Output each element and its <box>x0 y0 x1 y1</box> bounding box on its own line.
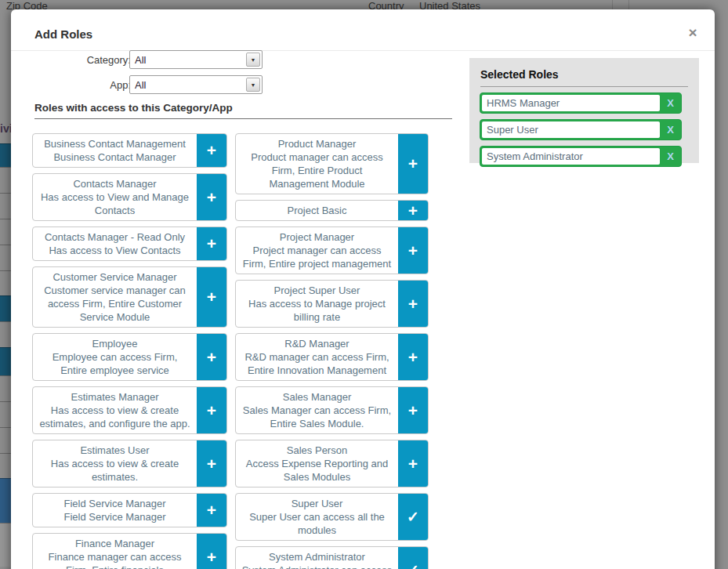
add-role-button[interactable]: + <box>197 440 226 487</box>
role-card: EmployeeEmployee can access Firm, Entire… <box>32 333 227 381</box>
role-card: Contacts ManagerHas access to View and M… <box>32 173 227 221</box>
add-role-button[interactable]: + <box>197 534 226 569</box>
category-select[interactable]: All ▼ <box>129 50 263 69</box>
add-role-button[interactable]: + <box>398 227 428 274</box>
role-description: Has access to view & create estimates. <box>38 457 192 484</box>
role-title: Contacts Manager - Read Only <box>38 230 192 244</box>
add-role-button[interactable]: + <box>197 494 226 527</box>
selected-role-item: HRMS Manager X <box>480 92 682 114</box>
role-card-text: System AdministratorSystem Administrator… <box>236 547 398 569</box>
dialog-title: Add Roles <box>34 27 92 41</box>
background-row <box>0 427 11 453</box>
background-row <box>0 219 11 245</box>
chevron-down-icon[interactable]: ▼ <box>246 53 260 67</box>
role-title: Finance Manager <box>38 537 192 550</box>
add-role-button[interactable]: + <box>398 134 428 194</box>
role-title: Product Manager <box>241 137 393 150</box>
header-divider <box>11 50 715 51</box>
role-card-text: Customer Service ManagerCustomer service… <box>33 267 197 327</box>
chevron-down-icon[interactable]: ▼ <box>246 78 260 92</box>
role-card-text: Business Contact ManagementBusiness Cont… <box>33 134 197 167</box>
role-title: Field Service Manager <box>38 497 192 510</box>
selected-roles-list: HRMS Manager X Super User X System Admin… <box>480 92 682 167</box>
add-role-button[interactable]: + <box>197 334 226 380</box>
background-row <box>0 270 11 295</box>
role-title: Estimates User <box>38 444 192 457</box>
role-card-text: Finance ManagerFinance manager can acces… <box>33 534 197 569</box>
selected-role-name: System Administrator <box>482 148 660 165</box>
background-row <box>0 401 11 427</box>
roles-section-heading: Roles with access to this Category/App <box>34 102 233 114</box>
background-row <box>0 321 11 347</box>
app-select[interactable]: All ▼ <box>129 75 263 94</box>
background-row <box>0 193 11 219</box>
role-title: Employee <box>38 337 192 350</box>
role-card: Project Basic + <box>235 200 429 221</box>
roles-heading-rule <box>34 118 452 119</box>
add-role-button[interactable]: + <box>197 134 226 167</box>
role-card: Product ManagerProduct manager can acces… <box>235 133 429 194</box>
add-role-button[interactable]: + <box>197 227 226 260</box>
role-card-text: Sales PersonAccess Expense Reporting and… <box>236 440 398 487</box>
background-row <box>0 478 11 523</box>
add-role-button[interactable]: + <box>398 440 428 487</box>
role-card: Business Contact ManagementBusiness Cont… <box>32 133 227 168</box>
role-card: System AdministratorSystem Administrator… <box>235 546 429 569</box>
role-card: R&D ManagerR&D manager can access Firm, … <box>235 333 429 381</box>
role-card: Customer Service ManagerCustomer service… <box>32 266 227 328</box>
role-card-text: Estimates ManagerHas access to view & cr… <box>33 387 197 433</box>
category-label: Category: <box>56 54 131 66</box>
add-role-button[interactable]: + <box>398 201 428 220</box>
selected-role-name: Super User <box>482 121 660 138</box>
role-description: Has access to View Contacts <box>38 244 192 257</box>
role-card: Project ManagerProject manager can acces… <box>235 227 429 274</box>
role-title: Sales Manager <box>241 390 393 404</box>
background-row <box>0 523 11 567</box>
role-description: Finance manager can access Firm, Entire … <box>38 550 192 569</box>
role-description: System Administrator can access firm, En… <box>241 564 393 569</box>
role-title: R&D Manager <box>241 337 393 350</box>
add-role-button[interactable]: + <box>398 387 428 433</box>
role-card-text: Field Service ManagerField Service Manag… <box>33 494 197 527</box>
role-card: Field Service ManagerField Service Manag… <box>32 493 227 527</box>
selected-role-item: Super User X <box>480 119 682 140</box>
role-card-text: Estimates UserHas access to view & creat… <box>33 440 197 487</box>
role-added-check-icon[interactable]: ✓ <box>398 547 428 569</box>
add-role-button[interactable]: + <box>398 334 428 380</box>
background-row <box>0 167 11 193</box>
role-description: Super User can access all the modules <box>241 510 393 537</box>
add-role-button[interactable]: + <box>197 267 226 327</box>
app-label: App: <box>56 79 131 91</box>
role-card-text: R&D ManagerR&D manager can access Firm, … <box>236 334 398 380</box>
role-title: Project Manager <box>241 230 393 244</box>
role-list-left-column: Business Contact ManagementBusiness Cont… <box>32 133 227 569</box>
add-role-button[interactable]: + <box>197 174 226 220</box>
close-icon[interactable]: × <box>682 22 704 44</box>
background-row <box>0 295 11 321</box>
role-title: Customer Service Manager <box>38 270 192 284</box>
role-card: Super UserSuper User can access all the … <box>235 493 429 541</box>
add-role-button[interactable]: + <box>398 281 428 327</box>
role-added-check-icon[interactable]: ✓ <box>398 494 428 540</box>
remove-role-button[interactable]: X <box>660 147 681 166</box>
role-card-text: Contacts ManagerHas access to View and M… <box>33 174 197 220</box>
role-card-text: EmployeeEmployee can access Firm, Entire… <box>33 334 197 380</box>
remove-role-button[interactable]: X <box>660 120 681 140</box>
role-description: Employee can access Firm, Entire employe… <box>38 350 192 377</box>
role-card-text: Project Basic <box>236 201 398 220</box>
background-sidebar <box>0 143 11 567</box>
role-description: R&D manager can access Firm, Entire Inno… <box>241 350 393 377</box>
role-title: System Administrator <box>241 550 393 564</box>
role-description: Has access to View and Manage Contacts <box>38 190 192 217</box>
role-card-text: Project Super UserHas access to Manage p… <box>236 281 398 327</box>
background-row <box>0 245 11 270</box>
role-card: Estimates ManagerHas access to view & cr… <box>32 386 227 434</box>
role-card: Sales ManagerSales Manager can access Fi… <box>235 386 429 434</box>
add-role-button[interactable]: + <box>197 387 226 433</box>
selected-role-item: System Administrator X <box>480 146 682 167</box>
role-card: Project Super UserHas access to Manage p… <box>235 280 429 328</box>
role-card-text: Sales ManagerSales Manager can access Fi… <box>236 387 398 433</box>
background-row <box>0 453 11 478</box>
remove-role-button[interactable]: X <box>660 93 681 113</box>
role-card: Finance ManagerFinance manager can acces… <box>32 533 227 569</box>
